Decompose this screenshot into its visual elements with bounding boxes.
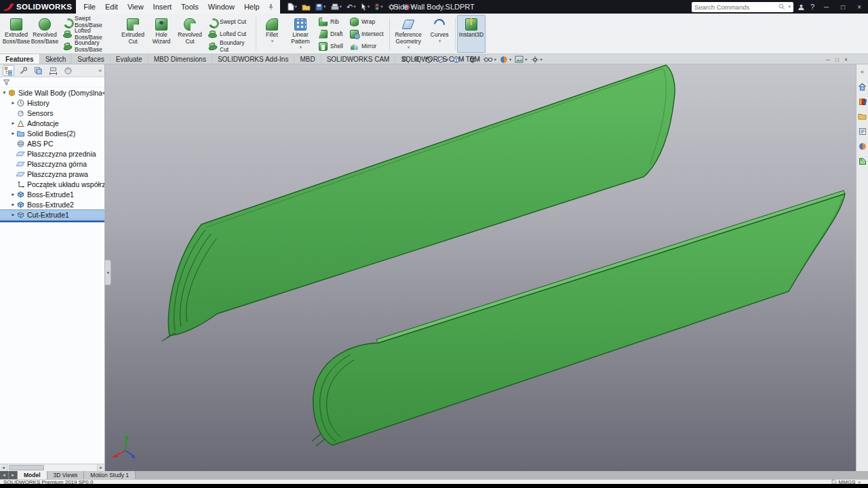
tab-mbd-dimensions[interactable]: MBD Dimensions [149,54,212,64]
tab-solidworks-cam[interactable]: SOLIDWORKS CAM [321,54,396,64]
zoom-to-fit-button[interactable] [401,56,410,64]
panel-collapse-handle[interactable]: ◂ [105,260,111,285]
lofted-cut-button[interactable]: Lofted Cut [206,28,252,40]
chevron-down-icon[interactable]: ▾ [494,57,496,62]
tree-item-cut-extrude1[interactable]: ▸ Cut-Extrude1 [0,209,104,220]
shell-button[interactable]: Shell [317,41,344,52]
chevron-down-icon[interactable]: ▾ [300,45,302,50]
view-orientation-button[interactable]: ▾ [452,56,464,64]
search-box[interactable]: ▾ [692,2,793,12]
curves-button[interactable]: Curves ▾ [425,15,454,53]
extruded-boss-base-button[interactable]: Extruded Boss/Base [2,15,31,53]
pin-menu-icon[interactable] [264,3,277,10]
tree-item-right-plane[interactable]: Płaszczyzna prawa [0,169,104,179]
hide-show-items-button[interactable]: ▾ [484,56,496,63]
expand-task-pane-icon[interactable]: « [857,66,867,77]
search-input[interactable] [694,3,776,11]
tab-mbd[interactable]: MBD [294,54,321,64]
chevron-down-icon[interactable]: ▾ [271,39,274,44]
maximize-button[interactable]: □ [837,3,849,11]
tab-surfaces[interactable]: Surfaces [72,54,110,64]
tab-solidworks-addins[interactable]: SOLIDWORKS Add-Ins [212,54,294,64]
scroll-right-button[interactable]: ▸ [97,464,104,471]
tab-sketch[interactable]: Sketch [40,54,73,64]
tab-evaluate[interactable]: Evaluate [111,54,149,64]
menu-edit[interactable]: Edit [100,0,123,14]
tab-scroll-right-button[interactable]: ▸ [9,471,18,479]
extruded-cut-button[interactable]: Extruded Cut [119,15,147,53]
new-document-button[interactable]: ▾ [285,1,300,13]
menu-file[interactable]: File [79,0,100,14]
doc-close-button[interactable]: × [844,56,848,63]
rebuild-button[interactable]: ▾ [372,1,385,13]
configurationmanager-tab[interactable] [33,65,44,76]
swept-cut-button[interactable]: Swept Cut [206,16,252,28]
expand-closed-icon[interactable]: ▸ [10,211,16,218]
expand-closed-icon[interactable]: ▸ [10,130,16,136]
tab-scroll-left-button[interactable]: ◂ [0,471,9,479]
tree-item-history[interactable]: ▸ History [0,98,104,108]
expand-closed-icon[interactable]: ▸ [10,120,16,126]
custom-properties-icon[interactable] [857,156,867,166]
tree-item-boss-extrude1[interactable]: ▸ Boss-Extrude1 [0,189,104,199]
user-account-icon[interactable] [797,3,805,11]
edit-appearance-button[interactable]: ▾ [500,56,511,64]
chevron-down-icon[interactable]: ▾ [408,45,410,50]
tree-item-front-plane[interactable]: Płaszczyzna przednia [0,148,104,159]
display-style-button[interactable]: ▾ [468,56,480,64]
tab-features[interactable]: Features [0,54,40,64]
linear-pattern-button[interactable]: Linear Pattern ▾ [286,15,315,53]
instant3d-button[interactable]: Instant3D [457,15,486,53]
reference-geometry-button[interactable]: Reference Geometry ▾ [391,15,425,53]
expand-open-icon[interactable]: ▾ [1,89,7,96]
expand-closed-icon[interactable]: ▸ [10,191,16,197]
fillet-button[interactable]: Fillet ▾ [258,15,286,53]
previous-view-button[interactable] [425,56,433,64]
menu-tools[interactable]: Tools [176,0,203,14]
open-document-button[interactable] [300,1,313,13]
menu-window[interactable]: Window [203,0,239,14]
lofted-boss-base-button[interactable]: Lofted Boss/Base [61,28,117,40]
swept-boss-base-button[interactable]: Swept Boss/Base [61,16,117,28]
tree-item-boss-extrude2[interactable]: ▸ Boss-Extrude2 [0,199,104,209]
chevron-down-icon[interactable]: ▾ [446,57,448,62]
rib-button[interactable]: Rib [317,16,344,28]
revolved-boss-base-button[interactable]: Revolved Boss/Base [31,15,59,53]
menu-view[interactable]: View [123,0,149,14]
view-palette-icon[interactable] [857,126,867,136]
filter-icon[interactable] [3,79,10,86]
tree-root-part[interactable]: ▾ Side Wall Body (Domyślna<<Domyśln [0,87,104,98]
revolved-cut-button[interactable]: Revolved Cut [176,15,204,53]
undo-button[interactable]: ↶▾ [344,1,358,13]
chevron-down-icon[interactable]: ▾ [462,57,464,62]
chevron-down-icon[interactable]: ▾ [509,57,511,62]
3d-views-tab[interactable]: 3D Views [47,471,85,479]
panel-horizontal-scrollbar[interactable]: ◂ ▸ [0,464,104,471]
chevron-down-icon[interactable]: ▾ [540,57,542,62]
chevron-down-icon[interactable]: ▾ [525,57,527,62]
tree-item-solid-bodies[interactable]: ▸ Solid Bodies(2) [0,128,104,138]
dimxpertmanager-tab[interactable] [47,65,59,76]
model-tab[interactable]: Model [18,471,47,479]
draft-button[interactable]: Draft [317,28,344,40]
appearances-scenes-icon[interactable] [857,141,867,151]
boundary-cut-button[interactable]: Boundary Cut [206,41,252,52]
wrap-button[interactable]: Wrap [348,16,386,28]
menu-insert[interactable]: Insert [149,0,177,14]
help-icon[interactable]: ? [809,3,816,11]
hole-wizard-button[interactable]: Hole Wizard [147,15,176,53]
save-button[interactable]: ▾ [313,1,328,13]
doc-restore-button[interactable]: □ [835,56,839,63]
tree-item-annotations[interactable]: ▸ Adnotacje [0,118,104,128]
tree-item-origin[interactable]: Początek układu współrzędnych [0,179,104,189]
displaymanager-tab[interactable] [62,65,74,76]
expand-closed-icon[interactable]: ▸ [10,100,16,106]
view-settings-button[interactable]: ▾ [531,56,542,64]
tree-item-sensors[interactable]: Sensors [0,108,104,118]
select-button[interactable]: ▾ [359,1,372,13]
intersect-button[interactable]: Intersect [348,28,386,40]
expand-closed-icon[interactable]: ▸ [10,201,16,207]
boundary-boss-base-button[interactable]: Boundary Boss/Base [61,41,117,52]
scrollbar-track[interactable] [7,464,97,471]
tree-item-material[interactable]: ABS PC [0,138,104,148]
